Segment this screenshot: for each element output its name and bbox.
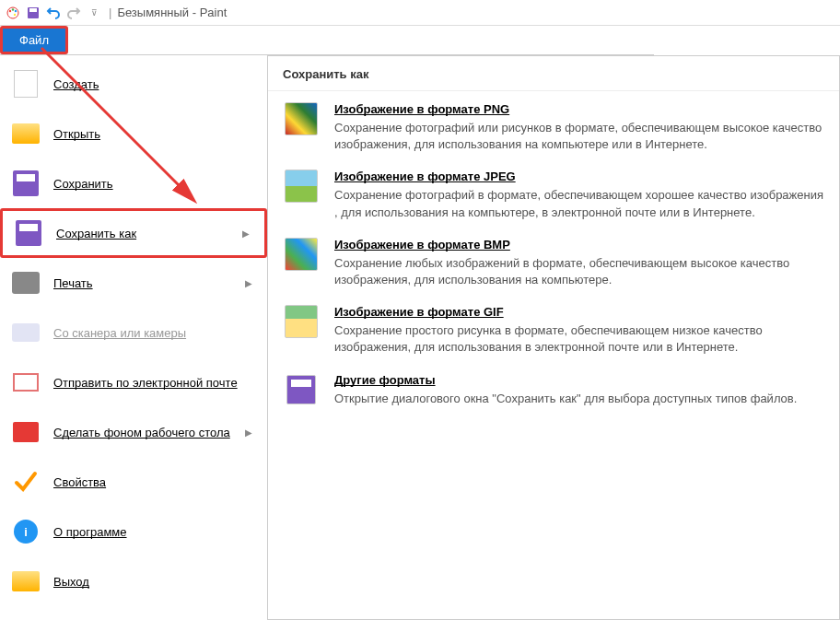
submenu-arrow-icon: ▶ bbox=[245, 427, 256, 438]
option-png-desc: Сохранение фотографий или рисунков в фор… bbox=[334, 120, 824, 153]
title-separator: | bbox=[109, 6, 111, 19]
svg-rect-6 bbox=[29, 8, 37, 12]
file-tab[interactable]: Файл bbox=[0, 26, 68, 54]
menu-open[interactable]: Открыть bbox=[0, 109, 267, 158]
window-title: Безымянный - Paint bbox=[117, 6, 227, 19]
option-jpeg[interactable]: Изображение в формате JPEG Сохранение фо… bbox=[268, 158, 839, 226]
submenu-arrow-icon: ▶ bbox=[245, 278, 256, 288]
menu-save[interactable]: Сохранить bbox=[0, 158, 267, 208]
option-bmp-desc: Сохранение любых изображений в формате, … bbox=[334, 255, 824, 288]
printer-icon bbox=[11, 268, 41, 298]
option-gif-desc: Сохранение простого рисунка в формате, о… bbox=[334, 322, 824, 356]
undo-icon[interactable] bbox=[44, 4, 63, 22]
svg-point-3 bbox=[15, 9, 17, 11]
save-disk-icon bbox=[11, 169, 41, 198]
png-thumb-icon bbox=[283, 100, 320, 137]
option-bmp-title: Изображение в формате BMP bbox=[334, 238, 824, 252]
file-menu-panel: Создать Открыть Сохранить Сохранить как … bbox=[0, 55, 267, 620]
ribbon-tabs: Файл bbox=[0, 26, 654, 55]
option-png[interactable]: Изображение в формате PNG Сохранение фот… bbox=[268, 91, 839, 158]
quick-access-toolbar: ⊽ bbox=[4, 4, 103, 22]
redo-icon[interactable] bbox=[64, 4, 83, 22]
option-jpeg-title: Изображение в формате JPEG bbox=[334, 170, 824, 183]
menu-desktop-label: Сделать фоном рабочего стола bbox=[53, 426, 245, 439]
menu-save-label: Сохранить bbox=[53, 177, 256, 191]
option-other-title: Другие форматы bbox=[334, 373, 824, 387]
desktop-bg-icon bbox=[11, 417, 41, 447]
submenu-arrow-icon: ▶ bbox=[242, 228, 253, 239]
mail-icon bbox=[11, 368, 41, 397]
menu-exit-label: Выход bbox=[53, 575, 256, 589]
jpeg-thumb-icon bbox=[283, 168, 320, 205]
menu-create[interactable]: Создать bbox=[0, 59, 267, 109]
svg-point-1 bbox=[9, 9, 11, 11]
save-icon[interactable] bbox=[24, 4, 42, 22]
save-as-submenu: Сохранить как Изображение в формате PNG … bbox=[267, 55, 840, 620]
option-jpeg-desc: Сохранение фотографий в формате, обеспеч… bbox=[334, 187, 824, 220]
menu-about-label: О программе bbox=[53, 525, 256, 539]
option-gif-title: Изображение в формате GIF bbox=[334, 305, 824, 319]
checkmark-icon bbox=[11, 467, 41, 497]
menu-print-label: Печать bbox=[53, 276, 245, 290]
qat-dropdown-icon[interactable]: ⊽ bbox=[85, 4, 103, 22]
menu-create-label: Создать bbox=[53, 77, 256, 91]
bmp-thumb-icon bbox=[283, 236, 320, 273]
menu-save-as-label: Сохранить как bbox=[56, 227, 242, 240]
option-other[interactable]: Другие форматы Открытие диалогового окна… bbox=[268, 362, 839, 414]
submenu-header: Сохранить как bbox=[268, 56, 839, 91]
menu-scanner: Со сканера или камеры bbox=[0, 308, 267, 357]
menu-scanner-label: Со сканера или камеры bbox=[53, 326, 256, 340]
folder-open-icon bbox=[11, 119, 41, 148]
menu-print[interactable]: Печать ▶ bbox=[0, 258, 267, 308]
menu-exit[interactable]: Выход bbox=[0, 556, 267, 606]
new-document-icon bbox=[11, 69, 41, 99]
exit-icon bbox=[11, 567, 41, 596]
info-icon: i bbox=[11, 517, 41, 546]
scanner-icon bbox=[11, 318, 41, 347]
menu-properties-label: Свойства bbox=[53, 475, 256, 489]
menu-properties[interactable]: Свойства bbox=[0, 457, 267, 507]
option-other-desc: Открытие диалогового окна "Сохранить как… bbox=[334, 391, 824, 407]
menu-desktop[interactable]: Сделать фоном рабочего стола ▶ bbox=[0, 407, 267, 457]
svg-point-2 bbox=[12, 8, 14, 10]
menu-save-as[interactable]: Сохранить как ▶ bbox=[0, 208, 267, 258]
file-tab-label: Файл bbox=[19, 33, 49, 47]
menu-open-label: Открыть bbox=[53, 127, 256, 141]
title-bar: ⊽ | Безымянный - Paint bbox=[0, 0, 840, 26]
other-format-icon bbox=[283, 371, 320, 408]
svg-point-4 bbox=[14, 13, 16, 15]
menu-email-label: Отправить по электронной почте bbox=[53, 376, 256, 390]
option-bmp[interactable]: Изображение в формате BMP Сохранение люб… bbox=[268, 227, 839, 294]
option-png-title: Изображение в формате PNG bbox=[334, 102, 824, 116]
save-as-icon bbox=[14, 218, 43, 248]
menu-email[interactable]: Отправить по электронной почте bbox=[0, 357, 267, 407]
paint-app-icon[interactable] bbox=[4, 4, 22, 22]
menu-about[interactable]: i О программе bbox=[0, 507, 267, 556]
option-gif[interactable]: Изображение в формате GIF Сохранение про… bbox=[268, 294, 839, 361]
gif-thumb-icon bbox=[283, 303, 320, 340]
